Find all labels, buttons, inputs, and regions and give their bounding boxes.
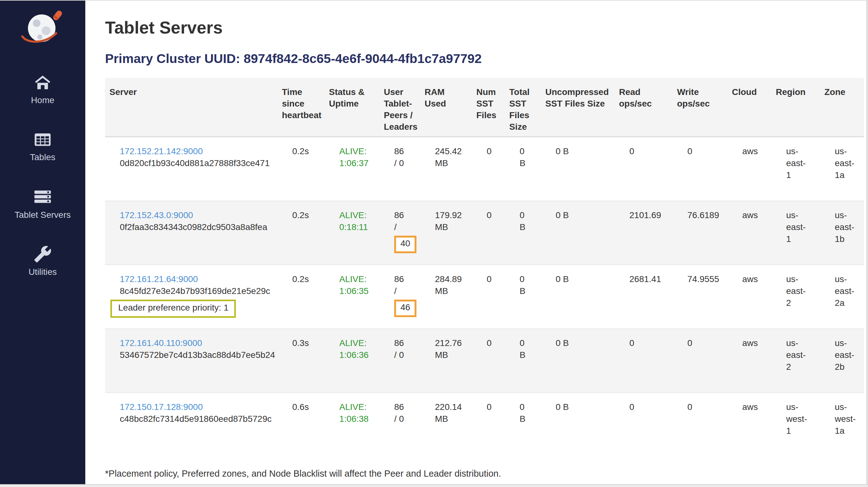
status-cell: ALIVE: 0:18:11	[324, 201, 379, 265]
total-sst-size-value: 0 B	[520, 401, 529, 425]
zone-cell: us-east-1a	[820, 137, 864, 201]
heartbeat-cell: 0.3s	[278, 329, 324, 393]
server-cell: 172.152.21.142:9000 0d820cf1b93c40d881a2…	[105, 137, 278, 201]
sidebar-item-home[interactable]: Home	[31, 73, 55, 105]
server-cell: 172.150.17.128:9000 c48bc82fc7314d5e9186…	[105, 393, 278, 457]
region-cell: us-west-1	[771, 393, 820, 457]
total-sst-size-cell: 0 B	[505, 329, 541, 393]
write-ops-cell: 76.6189	[673, 201, 727, 265]
server-uuid: 53467572be7c4d13b3ac88d4b7ee5b24	[120, 349, 274, 361]
sidebar-item-label: Tablet Servers	[15, 210, 71, 220]
zone-value: us-east-1b	[835, 209, 857, 245]
num-sst-files-cell: 0	[472, 137, 505, 201]
status-cell: ALIVE: 1:06:36	[324, 329, 379, 393]
window-edge-right	[866, 0, 868, 487]
sidebar: Home Tables	[0, 0, 85, 487]
ram-cell: 284.89 MB	[420, 265, 472, 329]
peers-count: 86	[394, 145, 416, 157]
zone-cell: us-east-2b	[820, 329, 864, 393]
server-cell: 172.161.21.64:9000 8c45fd27e3e24b7b93f16…	[105, 265, 278, 329]
column-header-cloud: Cloud	[727, 78, 771, 137]
region-value: us-west-1	[786, 401, 808, 437]
planet-rocket-logo-icon	[19, 9, 66, 47]
status-alive-label: ALIVE:	[339, 273, 376, 285]
cloud-cell: aws	[727, 265, 771, 329]
peers-leaders-cell: 86 / 0	[379, 329, 420, 393]
server-cell: 172.152.43.0:9000 0f2faa3c834343c0982dc9…	[105, 201, 278, 265]
cloud-cell: aws	[727, 393, 771, 457]
sidebar-item-utilities[interactable]: Utilities	[29, 245, 57, 277]
region-value: us-east-1	[786, 209, 808, 245]
region-cell: us-east-1	[771, 201, 820, 265]
uncompressed-sst-size-cell: 0 B	[541, 393, 615, 457]
primary-cluster-uuid: Primary Cluster UUID: 8974f842-8c65-4e6f…	[105, 52, 865, 66]
ram-value: 212.76 MB	[435, 337, 466, 361]
uncompressed-sst-size-value: 0 B	[556, 338, 569, 348]
uncompressed-sst-size-cell: 0 B	[541, 137, 615, 201]
status-uptime-value: 1:06:38	[339, 413, 376, 425]
ram-value: 284.89 MB	[435, 273, 466, 297]
status-alive-label: ALIVE:	[339, 209, 376, 221]
server-address-link[interactable]: 172.150.17.128:9000	[120, 401, 203, 413]
leaders-box-line: 46	[394, 297, 416, 317]
column-header-write-ops: Write ops/sec	[673, 78, 727, 137]
uncompressed-sst-size-cell: 0 B	[541, 201, 615, 265]
ram-cell: 245.42 MB	[420, 137, 472, 201]
peers-leaders-cell: 86 / 0	[379, 137, 420, 201]
home-icon	[33, 73, 53, 92]
main-content: Tablet Servers Primary Cluster UUID: 897…	[85, 0, 868, 487]
total-sst-size-value: 0 B	[520, 209, 529, 233]
read-ops-cell: 2101.69	[615, 201, 673, 265]
server-address-link[interactable]: 172.152.43.0:9000	[120, 209, 193, 221]
tablet-servers-table: Server Time since heartbeat Status & Upt…	[105, 78, 864, 457]
leaders-line: / 0	[394, 349, 416, 361]
total-sst-size-cell: 0 B	[505, 137, 541, 201]
app-window: Home Tables	[0, 0, 868, 487]
zone-cell: us-east-2a	[820, 265, 864, 329]
uncompressed-sst-size-value: 0 B	[556, 210, 569, 220]
num-sst-files-cell: 0	[472, 201, 505, 265]
cloud-cell: aws	[727, 137, 771, 201]
peers-leaders-cell: 86 / 40	[379, 201, 420, 265]
read-ops-cell: 0	[615, 393, 673, 457]
region-cell: us-east-2	[771, 265, 820, 329]
column-header-ram: RAM Used	[420, 78, 472, 137]
yugabytedb-logo[interactable]	[19, 9, 66, 48]
uncompressed-sst-size-value: 0 B	[556, 402, 569, 412]
peers-leaders-cell: 86 / 46	[379, 265, 420, 329]
utilities-icon	[33, 245, 53, 263]
cloud-cell: aws	[727, 201, 771, 265]
peers-count: 86	[394, 337, 416, 349]
zone-value: us-east-1a	[835, 145, 857, 181]
column-header-zone: Zone	[820, 78, 864, 137]
leaders-line: / 0	[394, 157, 416, 169]
placement-policy-note: *Placement policy, Preferred zones, and …	[105, 468, 865, 479]
sidebar-item-tablet-servers[interactable]: Tablet Servers	[15, 187, 71, 220]
status-uptime-value: 1:06:36	[339, 349, 376, 361]
leaders-box-line: 40	[394, 233, 416, 253]
table-row: 172.161.21.64:9000 8c45fd27e3e24b7b93f16…	[105, 265, 864, 329]
sidebar-item-tables[interactable]: Tables	[30, 130, 56, 162]
column-header-num-sst: Num SST Files	[472, 78, 505, 137]
heartbeat-cell: 0.6s	[278, 393, 324, 457]
uncompressed-sst-size-cell: 0 B	[541, 265, 615, 329]
server-address-link[interactable]: 172.161.21.64:9000	[120, 273, 198, 285]
write-ops-cell: 0	[673, 137, 727, 201]
tablet-servers-icon	[32, 187, 54, 206]
status-uptime-value: 1:06:35	[339, 285, 376, 297]
sidebar-item-label: Utilities	[29, 267, 57, 277]
server-uuid: 0f2faa3c834343c0982dc9503a8a8fea	[120, 221, 274, 233]
column-header-peers-leaders: User Tablet-Peers / Leaders	[379, 78, 420, 137]
column-header-uncompressed-sst: Uncompressed SST Files Size	[541, 78, 615, 137]
window-edge-top	[0, 0, 868, 1]
status-alive-label: ALIVE:	[339, 401, 376, 413]
peers-count: 86	[394, 273, 416, 285]
status-uptime-value: 1:06:37	[339, 157, 376, 169]
uncompressed-sst-size-value: 0 B	[556, 274, 569, 284]
leaders-line: /	[394, 221, 416, 233]
num-sst-files-cell: 0	[472, 329, 505, 393]
server-address-link[interactable]: 172.161.40.110:9000	[120, 337, 202, 349]
server-address-link[interactable]: 172.152.21.142:9000	[120, 145, 203, 157]
uncompressed-sst-size-value: 0 B	[556, 147, 569, 156]
read-ops-cell: 2681.41	[615, 265, 673, 329]
